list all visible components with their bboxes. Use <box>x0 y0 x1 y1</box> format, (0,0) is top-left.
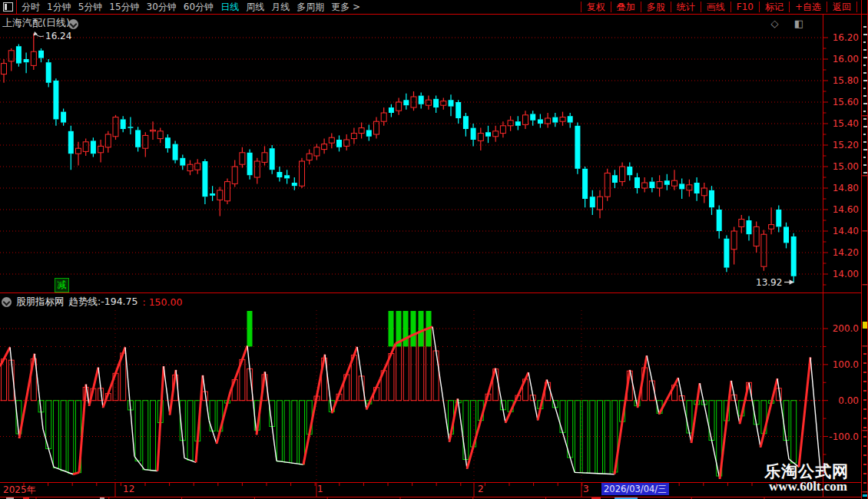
period-item-2[interactable]: 5分钟 <box>78 1 103 14</box>
period-item-3[interactable]: 15分钟 <box>109 1 139 14</box>
reduction-badge: 减 <box>55 278 69 292</box>
price-axis-label: 14.20 <box>827 247 859 258</box>
indicator-param: : 150.00 <box>142 296 182 308</box>
price-axis-label: 15.00 <box>827 161 859 172</box>
chevron-down-icon[interactable] <box>2 297 12 307</box>
period-item-10[interactable]: 更多 > <box>331 1 360 14</box>
tool-item-0[interactable]: 复权 <box>581 2 611 12</box>
date-label: 3 <box>583 484 589 494</box>
period-item-6[interactable]: 日线 <box>220 1 239 14</box>
indicator-axis-label: 200.0 <box>827 323 859 334</box>
price-axis-label: 16.20 <box>827 32 859 43</box>
period-item-1[interactable]: 1分钟 <box>47 1 71 14</box>
chevron-down-icon[interactable] <box>68 19 78 29</box>
price-axis-label: 15.20 <box>827 140 859 150</box>
indicator-source: 股朋指标网 <box>16 296 65 309</box>
indicator-axis-label: 0.00 <box>827 395 859 406</box>
tool-item-2[interactable]: 多股 <box>641 2 671 12</box>
indicator-axis-label: 100.0 <box>827 359 859 370</box>
tool-item-3[interactable]: 统计 <box>671 2 701 12</box>
period-item-5[interactable]: 60分钟 <box>184 1 214 14</box>
tool-item-6[interactable]: 标记 <box>759 2 789 12</box>
date-highlight[interactable]: 2026/03/04/三 <box>601 483 669 495</box>
chart-title: 上海汽配(日线) <box>2 16 70 30</box>
tools-menu: 复权叠加多股统计画线F10标记+自选返回 <box>581 2 857 12</box>
price-axis-label: 15.40 <box>827 118 859 129</box>
period-item-9[interactable]: 多周期 <box>297 1 324 14</box>
period-item-4[interactable]: 30分钟 <box>147 1 177 14</box>
date-label: 1 <box>317 484 323 494</box>
price-axis-label: 14.80 <box>827 183 859 193</box>
price-axis-label: 14.40 <box>827 226 859 236</box>
period-toolbar: 分时1分钟5分钟15分钟30分钟60分钟日线周线月线多周期更多 > 复权叠加多股… <box>0 0 868 14</box>
indicator-value: 趋势线:-194.75 <box>69 296 138 309</box>
indicator-header: 股朋指标网 趋势线:-194.75 : 150.00 <box>2 296 182 309</box>
chart-graphics <box>0 0 868 499</box>
price-axis-label: 16.00 <box>827 54 859 64</box>
date-label: 2 <box>478 484 484 494</box>
pane-corner-icons[interactable]: ◇ ◧ <box>771 18 810 29</box>
tool-item-7[interactable]: +自选 <box>789 2 827 12</box>
indicator-axis-label: -100.0 <box>827 431 859 442</box>
trading-app-window: 分时1分钟5分钟15分钟30分钟60分钟日线周线月线多周期更多 > 复权叠加多股… <box>0 0 868 499</box>
price-axis-label: 15.80 <box>827 75 859 86</box>
tool-item-4[interactable]: 画线 <box>701 2 731 12</box>
price-axis-label: 14.60 <box>827 204 859 215</box>
watermark-site-url: www.60lt.com <box>769 479 847 494</box>
toolbar-divider <box>16 0 17 14</box>
tool-item-5[interactable]: F10 <box>731 2 759 12</box>
period-item-0[interactable]: 分时 <box>22 1 40 14</box>
period-item-8[interactable]: 月线 <box>271 1 290 14</box>
date-label: 2025年 <box>3 484 36 497</box>
high-price-label: 16.24 <box>45 31 71 41</box>
period-item-7[interactable]: 周线 <box>246 1 264 14</box>
price-axis-label: 15.60 <box>827 97 859 107</box>
period-menu: 分时1分钟5分钟15分钟30分钟60分钟日线周线月线多周期更多 > <box>22 0 360 14</box>
tool-item-8[interactable]: 返回 <box>827 2 857 12</box>
low-price-label: 13.92 <box>756 277 782 288</box>
layout-icon[interactable] <box>3 2 13 12</box>
price-axis-label: 14.00 <box>827 269 859 279</box>
date-label: 12 <box>123 484 134 494</box>
tool-item-1[interactable]: 叠加 <box>611 2 641 12</box>
